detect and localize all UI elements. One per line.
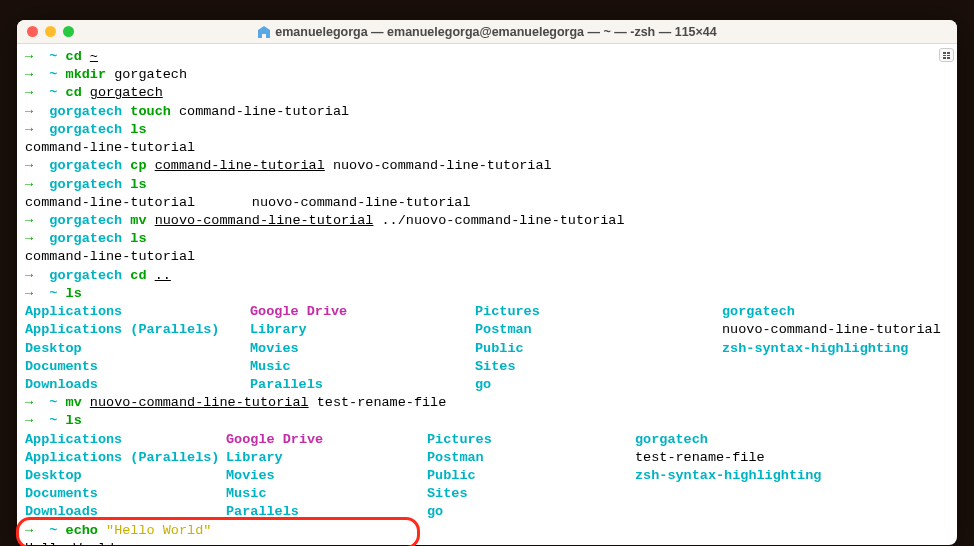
prompt-arrow: → — [25, 286, 33, 301]
cmd: cd — [66, 49, 82, 64]
cwd: ~ — [49, 85, 57, 100]
cmd-echo: echo — [66, 523, 98, 538]
cmd-arg: nuovo-command-line-tutorial — [155, 213, 374, 228]
cwd: gorgatech — [49, 122, 122, 137]
cwd: ~ — [49, 286, 57, 301]
prompt-arrow: → — [25, 122, 33, 137]
cmd: ls — [66, 286, 82, 301]
close-button[interactable] — [27, 26, 38, 37]
cmd: cd — [130, 268, 146, 283]
cmd: mkdir — [66, 67, 107, 82]
window-title-text: emanuelegorga — emanuelegorga@emanuelego… — [275, 25, 717, 39]
ls-entry: Documents — [25, 358, 250, 376]
ls-row: DesktopMoviesPubliczsh-syntax-highlighti… — [25, 340, 949, 358]
cwd: ~ — [49, 523, 57, 538]
ls-entry: Sites — [475, 358, 722, 376]
ls-entry: gorgatech — [722, 303, 795, 321]
cwd: gorgatech — [49, 177, 122, 192]
ls-entry: Applications — [25, 431, 226, 449]
ls-row: ApplicationsGoogle DrivePicturesgorgatec… — [25, 303, 949, 321]
home-icon — [257, 26, 271, 38]
echo-output: Hello World — [25, 540, 949, 545]
ls-row: Applications (Parallels)LibraryPostmante… — [25, 449, 949, 467]
echo-command-1: → ~ echo "Hello World" — [25, 522, 949, 540]
ls-entry: Movies — [226, 467, 427, 485]
ls-row: Applications (Parallels)LibraryPostmannu… — [25, 321, 949, 339]
ls-entry: Documents — [25, 485, 226, 503]
ls-entry: Desktop — [25, 340, 250, 358]
cmd: cp — [130, 158, 146, 173]
prompt-arrow: → — [25, 104, 33, 119]
cmd-arg: nuovo-command-line-tutorial — [90, 395, 309, 410]
minimize-button[interactable] — [45, 26, 56, 37]
ls-entry: Downloads — [25, 503, 226, 521]
ls-entry: Pictures — [475, 303, 722, 321]
scroll-indicator[interactable] — [939, 48, 954, 62]
terminal-line: command-line-tutorial — [25, 248, 949, 266]
terminal-line: → ~ cd ~ — [25, 48, 949, 66]
terminal-content[interactable]: → ~ cd ~→ ~ mkdir gorgatech→ ~ cd gorgat… — [17, 44, 957, 545]
prompt-arrow: → — [25, 413, 33, 428]
ls-entry: Parallels — [250, 376, 475, 394]
prompt-arrow: → — [25, 49, 33, 64]
prompt-arrow: → — [25, 523, 33, 538]
ls-entry: Postman — [475, 321, 722, 339]
cmd: ls — [130, 231, 146, 246]
cwd: gorgatech — [49, 158, 122, 173]
cmd: touch — [130, 104, 171, 119]
cmd-arg2: nuovo-command-line-tutorial — [333, 158, 552, 173]
terminal-line: → gorgatech cd .. — [25, 267, 949, 285]
cmd: mv — [66, 395, 82, 410]
cwd: gorgatech — [49, 231, 122, 246]
terminal-line: → ~ cd gorgatech — [25, 84, 949, 102]
ls-entry: Applications (Parallels) — [25, 449, 226, 467]
ls-row: ApplicationsGoogle DrivePicturesgorgatec… — [25, 431, 949, 449]
cwd: gorgatech — [49, 104, 122, 119]
ls-entry: Applications (Parallels) — [25, 321, 250, 339]
ls-entry: zsh-syntax-highlighting — [635, 467, 821, 485]
prompt-arrow: → — [25, 268, 33, 283]
cmd-arg: ~ — [90, 49, 98, 64]
terminal-line: → gorgatech touch command-line-tutorial — [25, 103, 949, 121]
ls-output-b: ApplicationsGoogle DrivePicturesgorgatec… — [25, 431, 949, 522]
ls-entry: Public — [475, 340, 722, 358]
cmd-arg: gorgatech — [90, 85, 163, 100]
ls-entry: Music — [250, 358, 475, 376]
ls-entry: Applications — [25, 303, 250, 321]
terminal-line: → gorgatech ls — [25, 121, 949, 139]
ls-output-a: ApplicationsGoogle DrivePicturesgorgatec… — [25, 303, 949, 394]
cmd-arg2: ../nuovo-command-line-tutorial — [382, 213, 625, 228]
cmd-arg: command-line-tutorial — [179, 104, 349, 119]
terminal-lines: → ~ cd ~→ ~ mkdir gorgatech→ ~ cd gorgat… — [25, 48, 949, 303]
terminal-line: → gorgatech ls — [25, 230, 949, 248]
prompt-arrow: → — [25, 213, 33, 228]
ls-entry: test-rename-file — [635, 449, 765, 467]
ls-entry: Public — [427, 467, 635, 485]
terminal-line: → ~ mkdir gorgatech — [25, 66, 949, 84]
prompt-arrow: → — [25, 395, 33, 410]
prompt-arrow: → — [25, 177, 33, 192]
terminal-line: → ~ mv nuovo-command-line-tutorial test-… — [25, 394, 949, 412]
ls-entry: Music — [226, 485, 427, 503]
traffic-lights — [27, 26, 74, 37]
terminal-line: command-line-tutorial — [25, 139, 949, 157]
prompt-arrow: → — [25, 158, 33, 173]
cmd: ls — [66, 413, 82, 428]
ls-entry: Pictures — [427, 431, 635, 449]
terminal-lines-mid: → ~ mv nuovo-command-line-tutorial test-… — [25, 394, 949, 430]
cmd-arg: gorgatech — [114, 67, 187, 82]
ls-row: DocumentsMusicSites — [25, 358, 949, 376]
cmd-arg2: test-rename-file — [317, 395, 447, 410]
cwd: gorgatech — [49, 268, 122, 283]
title-bar: emanuelegorga — emanuelegorga@emanuelego… — [17, 20, 957, 44]
cmd: mv — [130, 213, 146, 228]
cwd: ~ — [49, 395, 57, 410]
cmd: ls — [130, 177, 146, 192]
ls-entry: Library — [226, 449, 427, 467]
cmd-arg: .. — [155, 268, 171, 283]
prompt-arrow: → — [25, 231, 33, 246]
cwd: ~ — [49, 67, 57, 82]
ls-entry: Movies — [250, 340, 475, 358]
maximize-button[interactable] — [63, 26, 74, 37]
ls-entry: Google Drive — [250, 303, 475, 321]
